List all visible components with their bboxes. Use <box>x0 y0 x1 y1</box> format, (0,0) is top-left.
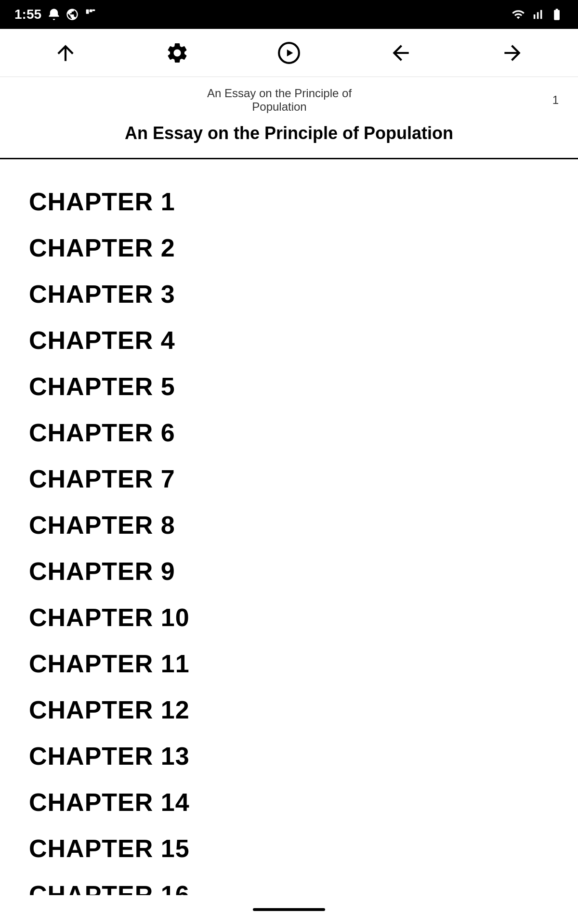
status-bar-left: 1:55 <box>14 7 97 22</box>
vpn-icon <box>66 8 79 21</box>
battery-icon <box>550 8 564 21</box>
chapter-item[interactable]: CHAPTER 5 <box>29 363 549 410</box>
back-arrow-icon <box>389 41 413 65</box>
chapter-item[interactable]: CHAPTER 9 <box>29 548 549 594</box>
chapter-item[interactable]: CHAPTER 3 <box>29 271 549 317</box>
chapter-list: CHAPTER 1CHAPTER 2CHAPTER 3CHAPTER 4CHAP… <box>0 169 578 924</box>
status-time: 1:55 <box>14 7 41 22</box>
chapter-item[interactable]: CHAPTER 12 <box>29 687 549 733</box>
toolbar <box>0 29 578 77</box>
chapter-item[interactable]: CHAPTER 2 <box>29 225 549 271</box>
up-arrow-icon <box>53 41 78 65</box>
play-button[interactable] <box>272 36 306 70</box>
svg-rect-1 <box>90 10 92 13</box>
forward-button[interactable] <box>496 36 529 70</box>
page-number: 1 <box>539 93 559 107</box>
chapter-item[interactable]: CHAPTER 7 <box>29 456 549 502</box>
bottom-indicator <box>253 908 325 911</box>
book-header: An Essay on the Principle of Population … <box>0 77 578 118</box>
chapter-item[interactable]: CHAPTER 10 <box>29 594 549 641</box>
up-arrow-button[interactable] <box>49 36 82 70</box>
bottom-bar <box>0 895 578 924</box>
chapter-item[interactable]: CHAPTER 14 <box>29 779 549 825</box>
svg-rect-0 <box>86 10 89 14</box>
notification-icon <box>47 8 61 21</box>
book-title-small-container: An Essay on the Principle of Population <box>19 87 539 114</box>
book-title-large: An Essay on the Principle of Population <box>0 118 578 159</box>
back-button[interactable] <box>384 36 418 70</box>
settings-button[interactable] <box>160 36 194 70</box>
chapter-item[interactable]: CHAPTER 6 <box>29 410 549 456</box>
status-icons <box>47 8 97 21</box>
chapter-item[interactable]: CHAPTER 15 <box>29 825 549 872</box>
forward-arrow-icon <box>500 41 525 65</box>
status-bar: 1:55 <box>0 0 578 29</box>
gear-icon <box>165 41 189 65</box>
svg-rect-2 <box>92 10 95 12</box>
play-icon <box>277 41 301 65</box>
chapter-item[interactable]: CHAPTER 13 <box>29 733 549 779</box>
chapter-item[interactable]: CHAPTER 4 <box>29 317 549 363</box>
chapter-item[interactable]: CHAPTER 11 <box>29 641 549 687</box>
chapter-item[interactable]: CHAPTER 8 <box>29 502 549 548</box>
status-bar-right <box>512 8 564 21</box>
signal-icon <box>531 8 544 21</box>
wifi-icon <box>512 8 525 21</box>
book-title-small-line1: An Essay on the Principle of <box>19 87 539 100</box>
book-title-small-line2: Population <box>19 100 539 114</box>
chapter-item[interactable]: CHAPTER 1 <box>29 179 549 225</box>
sim-icon <box>84 8 97 21</box>
